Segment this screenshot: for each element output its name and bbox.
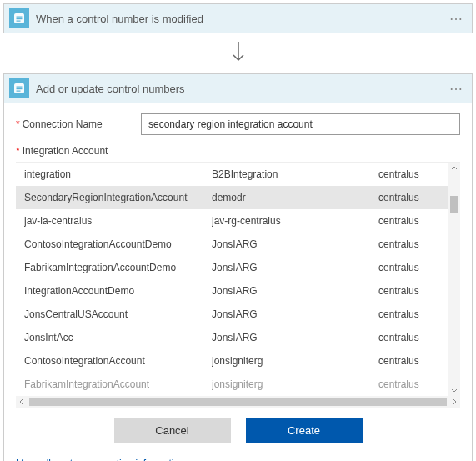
create-button[interactable]: Create bbox=[246, 418, 363, 443]
account-name: ContosoIntegrationAccountDemo bbox=[24, 238, 212, 250]
more-icon[interactable]: ⋯ bbox=[449, 81, 463, 97]
resource-group: JonsIARG bbox=[212, 285, 378, 297]
account-name: SecondaryRegionIntegrationAccount bbox=[24, 192, 212, 203]
scroll-up-icon[interactable] bbox=[448, 163, 460, 174]
region: centralus bbox=[378, 285, 452, 297]
trigger-header[interactable]: When a control number is modified ⋯ bbox=[4, 4, 472, 33]
region: centralus bbox=[378, 332, 452, 343]
trigger-title: When a control number is modified bbox=[36, 13, 449, 25]
button-row: Cancel Create bbox=[16, 408, 460, 451]
account-name: jav-ia-centralus bbox=[24, 215, 212, 227]
integration-account-icon bbox=[9, 78, 29, 98]
action-card: Add or update control numbers ⋯ Connecti… bbox=[3, 73, 473, 461]
table-row[interactable]: integrationB2BIntegrationcentralus bbox=[16, 163, 460, 186]
resource-group: JonsIARG bbox=[212, 262, 378, 273]
svg-rect-7 bbox=[17, 88, 23, 89]
resource-group: JonsIARG bbox=[212, 308, 378, 320]
scrollbar-thumb[interactable] bbox=[450, 196, 458, 213]
svg-rect-2 bbox=[17, 18, 23, 19]
cancel-button[interactable]: Cancel bbox=[114, 418, 231, 443]
svg-rect-1 bbox=[17, 17, 23, 18]
action-body: Connection Name Integration Account inte… bbox=[4, 103, 472, 458]
action-header[interactable]: Add or update control numbers ⋯ bbox=[4, 74, 472, 103]
table-row[interactable]: JonsCentralUSAccountJonsIARGcentralus bbox=[16, 303, 460, 326]
resource-group: B2BIntegration bbox=[212, 168, 378, 180]
account-name: IntegrationAccountDemo bbox=[24, 285, 212, 297]
vertical-scrollbar[interactable] bbox=[448, 163, 460, 396]
connection-name-input[interactable] bbox=[141, 113, 460, 135]
account-name: FabrikamIntegrationAccount bbox=[24, 378, 212, 390]
integration-account-label: Integration Account bbox=[16, 145, 141, 157]
svg-rect-6 bbox=[17, 87, 23, 88]
table-row[interactable]: SecondaryRegionIntegrationAccountdemodrc… bbox=[16, 186, 460, 209]
scroll-left-icon[interactable] bbox=[16, 396, 28, 408]
manual-connection-link[interactable]: Manually enter connection information bbox=[4, 458, 472, 461]
resource-group: demodr bbox=[212, 192, 378, 203]
region: centralus bbox=[378, 378, 452, 390]
region: centralus bbox=[378, 238, 452, 250]
table-row[interactable]: ContosoIntegrationAccountjonsignitergcen… bbox=[16, 349, 460, 373]
action-title: Add or update control numbers bbox=[36, 83, 449, 95]
integration-account-icon bbox=[9, 8, 29, 28]
resource-group: JonsIARG bbox=[212, 332, 378, 343]
table-row[interactable]: jav-ia-centralusjav-rg-centraluscentralu… bbox=[16, 209, 460, 233]
table-row[interactable]: FabrikamIntegrationAccountDemoJonsIARGce… bbox=[16, 256, 460, 279]
account-name: FabrikamIntegrationAccountDemo bbox=[24, 262, 212, 273]
account-name: ContosoIntegrationAccount bbox=[24, 355, 212, 367]
resource-group: jav-rg-centralus bbox=[212, 215, 378, 227]
integration-account-row: Integration Account bbox=[16, 145, 460, 157]
account-name: JonsCentralUSAccount bbox=[24, 308, 212, 320]
region: centralus bbox=[378, 355, 452, 367]
account-name: JonsIntAcc bbox=[24, 332, 212, 343]
region: centralus bbox=[378, 262, 452, 273]
region: centralus bbox=[378, 215, 452, 227]
resource-group: jonsigniterg bbox=[212, 355, 378, 367]
table-row[interactable]: FabrikamIntegrationAccountjonsignitergce… bbox=[16, 373, 460, 396]
horizontal-scrollbar[interactable] bbox=[16, 396, 460, 408]
trigger-card: When a control number is modified ⋯ bbox=[3, 3, 473, 33]
table-row[interactable]: IntegrationAccountDemoJonsIARGcentralus bbox=[16, 279, 460, 303]
table-row[interactable]: JonsIntAccJonsIARGcentralus bbox=[16, 326, 460, 349]
account-name: integration bbox=[24, 168, 212, 180]
resource-group: jonsigniterg bbox=[212, 378, 378, 390]
resource-group: JonsIARG bbox=[212, 238, 378, 250]
region: centralus bbox=[378, 308, 452, 320]
connector-arrow bbox=[0, 37, 476, 70]
svg-rect-3 bbox=[17, 21, 21, 22]
connection-name-row: Connection Name bbox=[16, 113, 460, 135]
scroll-right-icon[interactable] bbox=[448, 396, 460, 408]
connection-name-label: Connection Name bbox=[16, 118, 141, 130]
integration-account-list: integrationB2BIntegrationcentralusSecond… bbox=[16, 162, 460, 396]
more-icon[interactable]: ⋯ bbox=[449, 11, 463, 27]
scrollbar-thumb[interactable] bbox=[29, 398, 447, 406]
region: centralus bbox=[378, 192, 452, 203]
table-row[interactable]: ContosoIntegrationAccountDemoJonsIARGcen… bbox=[16, 233, 460, 256]
region: centralus bbox=[378, 168, 452, 180]
svg-rect-8 bbox=[17, 91, 21, 92]
scroll-down-icon[interactable] bbox=[448, 384, 460, 396]
